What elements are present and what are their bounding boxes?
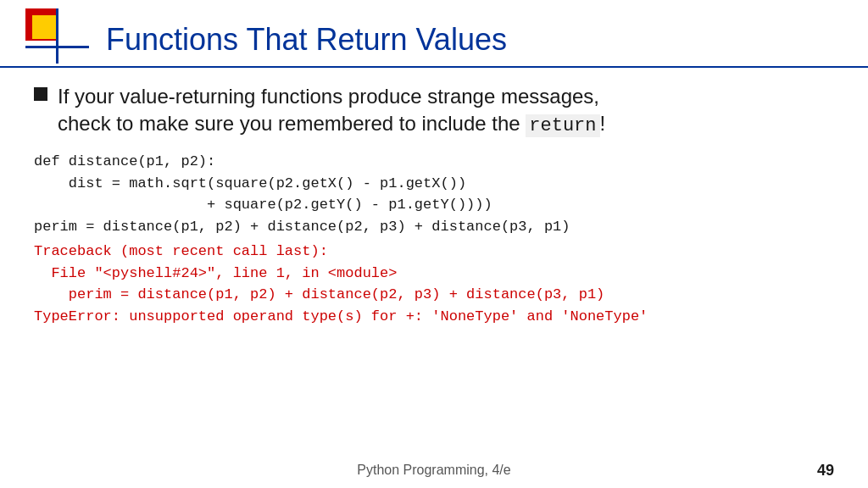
bullet-text-1: If your value-returning functions produc… xyxy=(58,83,605,139)
traceback-line-3: perim = distance(p1, p2) + distance(p2, … xyxy=(34,284,834,306)
logo-vertical-line xyxy=(56,8,58,64)
inline-code-return: return xyxy=(526,114,599,137)
code-line-1: def distance(p1, p2): xyxy=(34,151,834,173)
slide-footer: Python Programming, 4/e 49 xyxy=(0,463,868,478)
traceback-line-1: Traceback (most recent call last): xyxy=(34,241,834,263)
traceback-line-2: File "<pyshell#24>", line 1, in <module> xyxy=(34,263,834,285)
bullet-square-icon xyxy=(34,87,47,101)
slide: Functions That Return Values If your val… xyxy=(0,0,868,488)
slide-header: Functions That Return Values xyxy=(0,0,868,68)
logo-yellow-square xyxy=(32,15,56,39)
code-block-traceback: Traceback (most recent call last): File … xyxy=(34,241,834,327)
footer-center-text: Python Programming, 4/e xyxy=(34,463,834,478)
code-block-black: def distance(p1, p2): dist = math.sqrt(s… xyxy=(34,151,834,237)
code-line-4: perim = distance(p1, p2) + distance(p2, … xyxy=(34,216,834,238)
slide-title: Functions That Return Values xyxy=(106,15,834,58)
code-line-3: + square(p2.getY() - p1.getY()))) xyxy=(34,194,834,216)
bullet-item-1: If your value-returning functions produc… xyxy=(34,83,834,139)
code-line-2: dist = math.sqrt(square(p2.getX() - p1.g… xyxy=(34,173,834,195)
logo-block xyxy=(25,8,76,59)
footer-page-number: 49 xyxy=(817,462,834,480)
logo-horizontal-line xyxy=(25,46,89,48)
slide-content: If your value-returning functions produc… xyxy=(0,83,868,327)
traceback-line-4: TypeError: unsupported operand type(s) f… xyxy=(34,306,834,328)
